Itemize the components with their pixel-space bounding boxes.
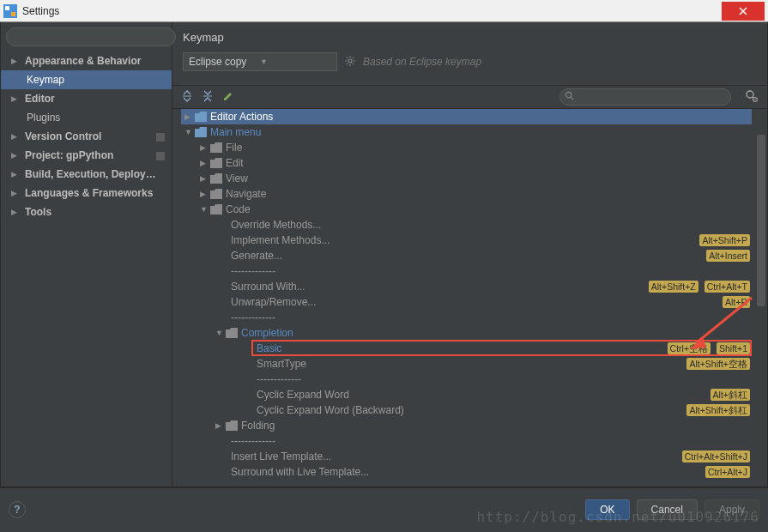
tree-item-unwrap-remove[interactable]: Unwrap/Remove... Alt+R [181,294,752,310]
chevron-right-icon: ▶ [11,170,20,178]
folder-icon [210,204,222,215]
chevron-right-icon [184,112,193,121]
keymap-dropdown[interactable]: Eclipse copy ▼ [183,52,337,71]
sidebar-search-bar [1,22,172,51]
tree-search-input[interactable] [559,88,731,106]
collapse-all-icon[interactable] [202,90,214,105]
shortcut-badge: Alt+斜杠 [711,389,750,401]
settings-sidebar: ▶ Appearance & Behavior Keymap ▶ Editor … [1,22,172,487]
chevron-right-icon: ▶ [11,189,20,197]
sidebar-search-input[interactable] [6,27,176,46]
chevron-down-icon [200,205,209,214]
tree-label: ------------- [257,373,752,385]
folder-icon [195,127,207,137]
sidebar-item-appearance[interactable]: ▶ Appearance & Behavior [1,51,172,70]
tree-label: Folding [241,420,752,432]
cancel-button[interactable]: Cancel [637,499,698,520]
folder-icon [226,328,238,338]
shortcut-badge: Ctrl+Alt+Shift+J [682,450,750,462]
shortcut-badge: Ctrl+空格 [668,342,711,354]
gear-icon[interactable] [344,55,356,70]
svg-rect-6 [156,152,165,160]
sidebar-item-languages[interactable]: ▶ Languages & Frameworks [1,184,172,203]
sidebar-item-label: Editor [25,93,165,105]
chevron-right-icon [200,174,209,183]
tree-item-smart-type[interactable]: SmartType Alt+Shift+空格 [181,356,752,372]
sidebar-item-label: Tools [25,206,165,218]
tree-item-edit[interactable]: Edit [181,155,752,171]
titlebar: Settings [0,0,768,22]
ok-button[interactable]: OK [585,499,629,520]
tree-item-surround-live-template[interactable]: Surround with Live Template... Ctrl+Alt+… [181,464,752,480]
tree-label: Cyclic Expand Word [257,389,707,401]
folder-icon [210,189,222,199]
close-button[interactable] [722,2,765,21]
tree-item-file[interactable]: File [181,140,752,155]
chevron-down-icon: ▼ [260,57,331,66]
tree-item-cyclic-expand[interactable]: Cyclic Expand Word Alt+斜杠 [181,387,752,402]
folder-icon [210,142,222,153]
sidebar-list: ▶ Appearance & Behavior Keymap ▶ Editor … [1,51,172,487]
tree-item-generate[interactable]: Generate... Alt+Insert [181,248,752,263]
chevron-right-icon [200,143,209,152]
svg-point-7 [348,59,352,63]
tree-label: Main menu [210,126,752,138]
tree-item-view[interactable]: View [181,171,752,186]
sidebar-item-project[interactable]: ▶ Project: gpPython [1,146,172,165]
tree-separator: ------------- [181,310,752,325]
svg-point-12 [747,91,753,98]
chevron-right-icon [200,159,209,167]
sidebar-item-label: Appearance & Behavior [25,55,165,67]
chevron-right-icon: ▶ [11,151,20,160]
scrollbar[interactable] [755,109,767,487]
tree-item-main-menu[interactable]: Main menu [181,124,752,140]
edit-icon[interactable] [222,90,234,105]
help-button[interactable]: ? [9,501,26,518]
sidebar-item-label: Version Control [25,130,156,142]
sidebar-item-version-control[interactable]: ▶ Version Control [1,127,172,146]
tree-label: Completion [241,327,752,339]
apply-button[interactable]: Apply [705,499,759,520]
chevron-right-icon: ▶ [11,132,20,141]
tree-label: Cyclic Expand Word (Backward) [257,404,683,416]
sidebar-item-label: Languages & Frameworks [25,187,165,199]
keymap-toolbar [172,85,767,109]
tree-label: Basic [257,342,664,354]
folder-icon [226,420,238,431]
sidebar-item-tools[interactable]: ▶ Tools [1,203,172,221]
tree-item-override-methods[interactable]: Override Methods... [181,217,752,233]
shortcut-badge: Shift+1 [717,342,750,354]
tree-label: Edit [226,157,752,169]
find-action-icon[interactable] [745,89,759,106]
tree-label: Override Methods... [231,219,752,231]
tree-item-navigate[interactable]: Navigate [181,186,752,202]
chevron-down-icon [184,128,193,136]
main-header: Keymap Eclipse copy ▼ Based on Eclipse k… [172,22,767,85]
tree-label: ------------- [231,265,752,277]
folder-icon [210,173,222,184]
tree-item-editor-actions[interactable]: Editor Actions [181,109,752,124]
tree-item-cyclic-expand-back[interactable]: Cyclic Expand Word (Backward) Alt+Shift+… [181,402,752,418]
tree-item-code[interactable]: Code [181,202,752,217]
shortcut-badge: Alt+Shift+空格 [686,358,750,370]
tree-label: File [226,142,752,154]
tree-item-surround-with[interactable]: Surround With... Alt+Shift+Z Ctrl+Alt+T [181,279,752,294]
folder-icon [195,112,207,122]
tree-item-insert-live-template[interactable]: Insert Live Template... Ctrl+Alt+Shift+J [181,449,752,464]
sidebar-item-plugins[interactable]: Plugins [1,108,172,127]
tree-label: Surround with Live Template... [231,466,702,478]
shortcut-badge: Alt+Insert [706,250,750,262]
tree-item-implement-methods[interactable]: Implement Methods... Alt+Shift+P [181,233,752,248]
expand-all-icon[interactable] [181,90,193,105]
sidebar-item-build[interactable]: ▶ Build, Execution, Deployment [1,165,172,184]
content-area: ▶ Appearance & Behavior Keymap ▶ Editor … [0,22,768,487]
tree-label: Insert Live Template... [231,450,679,462]
tree-label: Editor Actions [210,111,752,123]
sidebar-item-keymap[interactable]: Keymap [1,70,172,89]
tree-item-folding[interactable]: Folding [181,418,752,433]
tree-label: Generate... [231,250,703,262]
sidebar-item-editor[interactable]: ▶ Editor [1,89,172,108]
tree-item-basic[interactable]: Basic Ctrl+空格 Shift+1 [181,341,752,356]
scrollbar-thumb[interactable] [757,135,765,306]
tree-item-completion[interactable]: Completion [181,325,752,341]
